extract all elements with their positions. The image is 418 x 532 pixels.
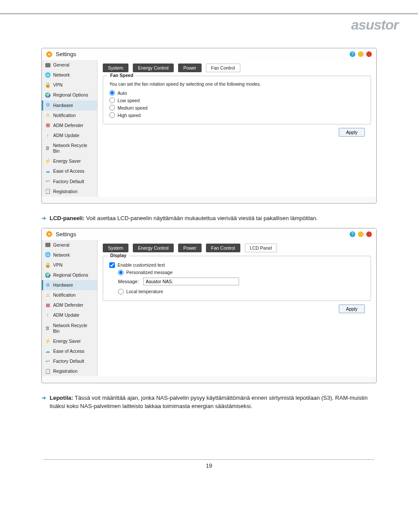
radio-input[interactable] bbox=[109, 105, 115, 110]
checkbox-input[interactable] bbox=[109, 262, 115, 268]
sidebar-item-general[interactable]: General bbox=[42, 240, 97, 250]
sidebar-item-label: VPN bbox=[53, 262, 63, 268]
window-titlebar: Settings ? bbox=[42, 228, 376, 240]
sidebar-item-vpn[interactable]: 🔒VPN bbox=[42, 80, 97, 90]
tab-energy-control[interactable]: Energy Control bbox=[133, 64, 174, 72]
recycle-icon: 🗑 bbox=[45, 146, 51, 151]
notification-icon: ⚠ bbox=[45, 113, 51, 118]
tab-power[interactable]: Power bbox=[178, 244, 202, 252]
message-row: Message: bbox=[118, 278, 364, 285]
sidebar-item-factory[interactable]: ↩Factory Default bbox=[42, 177, 97, 187]
message-input[interactable] bbox=[143, 278, 239, 285]
sidebar-item-factory[interactable]: ↩Factory Default bbox=[42, 356, 97, 366]
sidebar-item-energy[interactable]: ⚡Energy Saver bbox=[42, 336, 97, 346]
tab-lcd-panel[interactable]: LCD Panel bbox=[245, 244, 277, 252]
sidebar-item-label: Notification bbox=[53, 113, 76, 118]
sidebar-item-registration[interactable]: 📋Registration bbox=[42, 187, 97, 197]
registration-icon: 📋 bbox=[45, 189, 51, 194]
panel-legend: Fan Speed bbox=[108, 73, 136, 78]
minimize-icon[interactable] bbox=[358, 231, 364, 237]
para-rest: Tässä voit määrittää ajan, jonka NAS-pal… bbox=[50, 395, 367, 409]
recycle-icon: 🗑 bbox=[45, 325, 51, 331]
sidebar-item-label: Network bbox=[53, 252, 70, 258]
sidebar-item-update[interactable]: ↑ADM Update bbox=[42, 130, 97, 141]
sidebar-item-label: Factory Default bbox=[53, 358, 84, 364]
tab-system[interactable]: System bbox=[103, 244, 128, 252]
sidebar-item-update[interactable]: ↑ADM Update bbox=[42, 310, 97, 320]
panel-description: You can set the fan rotation speed by se… bbox=[109, 81, 364, 87]
defender-icon: ▦ bbox=[45, 302, 51, 308]
sidebar-item-registration[interactable]: 📋Registration bbox=[42, 366, 97, 376]
window-title: Settings bbox=[56, 231, 76, 238]
help-icon[interactable]: ? bbox=[350, 51, 355, 57]
sidebar-item-recycle[interactable]: 🗑Network Recycle Bin bbox=[42, 141, 97, 156]
tab-fan-control[interactable]: Fan Control bbox=[206, 64, 240, 72]
sidebar-item-network[interactable]: 🌐Network bbox=[42, 250, 97, 260]
factory-icon: ↩ bbox=[45, 179, 51, 184]
vpn-icon: 🔒 bbox=[45, 82, 51, 88]
enable-customized-text[interactable]: Enable customized text bbox=[109, 262, 364, 268]
factory-icon: ↩ bbox=[45, 358, 51, 364]
sidebar-item-hardware[interactable]: ⚙Hardware bbox=[42, 280, 97, 290]
radio-medium[interactable]: Medium speed bbox=[109, 105, 364, 110]
settings-window-fancontrol: Settings ? General 🌐Network 🔒VPN 🌍Region… bbox=[41, 48, 377, 204]
sidebar-item-energy[interactable]: ⚡Energy Saver bbox=[42, 156, 97, 166]
radio-low[interactable]: Low speed bbox=[109, 97, 364, 103]
tab-system[interactable]: System bbox=[103, 64, 128, 72]
tab-power[interactable]: Power bbox=[178, 64, 202, 72]
sidebar-item-defender[interactable]: ▦ADM Defender bbox=[42, 120, 97, 130]
radio-input[interactable] bbox=[118, 289, 124, 294]
sidebar-item-notification[interactable]: ⚠Notification bbox=[42, 110, 97, 120]
sidebar-item-vpn[interactable]: 🔒VPN bbox=[42, 260, 97, 270]
sidebar-item-defender[interactable]: ▦ADM Defender bbox=[42, 300, 97, 310]
radio-label: Low speed bbox=[118, 98, 140, 103]
minimize-icon[interactable] bbox=[358, 51, 364, 57]
sidebar-item-regional[interactable]: 🌍Regional Options bbox=[42, 270, 97, 280]
radio-high[interactable]: High speed bbox=[109, 112, 364, 118]
sidebar-item-ease[interactable]: ☁Ease of Access bbox=[42, 166, 97, 176]
gear-icon bbox=[46, 231, 52, 237]
update-icon: ↑ bbox=[45, 313, 51, 318]
close-icon[interactable] bbox=[366, 51, 372, 57]
tab-energy-control[interactable]: Energy Control bbox=[133, 244, 174, 252]
sidebar-item-regional[interactable]: 🌍Regional Options bbox=[42, 90, 97, 100]
sidebar-item-recycle[interactable]: 🗑Network Recycle Bin bbox=[42, 321, 97, 336]
vpn-icon: 🔒 bbox=[45, 262, 51, 268]
radio-input[interactable] bbox=[109, 97, 115, 103]
sidebar-item-network[interactable]: 🌐Network bbox=[42, 70, 97, 80]
message-label: Message: bbox=[118, 279, 139, 284]
regional-icon: 🌍 bbox=[45, 272, 51, 278]
radio-personalized[interactable]: Personalized message bbox=[118, 270, 364, 275]
radio-auto[interactable]: Auto bbox=[109, 90, 364, 96]
apply-button[interactable]: Apply bbox=[339, 128, 365, 137]
sidebar-item-ease[interactable]: ☁Ease of Access bbox=[42, 346, 97, 356]
close-icon[interactable] bbox=[366, 231, 372, 237]
sidebar: General 🌐Network 🔒VPN 🌍Regional Options … bbox=[42, 60, 98, 197]
sidebar-item-label: Regional Options bbox=[53, 92, 88, 98]
energy-icon: ⚡ bbox=[45, 338, 51, 344]
sidebar-item-label: ADM Update bbox=[53, 312, 79, 318]
tabs: System Energy Control Power Fan Control bbox=[103, 64, 371, 72]
sidebar-item-label: General bbox=[53, 242, 69, 248]
sidebar-item-label: Ease of Access bbox=[53, 168, 84, 174]
sidebar-item-label: Hardware bbox=[53, 282, 73, 288]
body-text: Lepotila: Tässä voit määrittää ajan, jon… bbox=[50, 394, 377, 411]
sidebar-item-label: Energy Saver bbox=[53, 158, 81, 164]
sidebar-item-label: Regional Options bbox=[53, 272, 88, 278]
help-icon[interactable]: ? bbox=[350, 231, 355, 237]
radio-input[interactable] bbox=[118, 270, 124, 275]
sidebar-item-label: ADM Defender bbox=[53, 123, 83, 128]
radio-input[interactable] bbox=[109, 112, 115, 118]
apply-button[interactable]: Apply bbox=[339, 304, 365, 313]
paragraph-lepotila: ➔ Lepotila: Tässä voit määrittää ajan, j… bbox=[41, 394, 377, 411]
energy-icon: ⚡ bbox=[45, 158, 51, 164]
sidebar-item-hardware[interactable]: ⚙Hardware bbox=[42, 100, 97, 110]
radio-label: Personalized message bbox=[126, 270, 172, 275]
tab-fan-control[interactable]: Fan Control bbox=[206, 244, 240, 252]
sidebar-item-notification[interactable]: ⚠Notification bbox=[42, 290, 97, 300]
radio-local-temperature[interactable]: Local temperature bbox=[118, 289, 364, 294]
sidebar-item-general[interactable]: General bbox=[42, 60, 97, 70]
tabs: System Energy Control Power Fan Control … bbox=[103, 244, 371, 252]
globe-icon: 🌐 bbox=[45, 252, 51, 258]
radio-input[interactable] bbox=[109, 90, 115, 96]
